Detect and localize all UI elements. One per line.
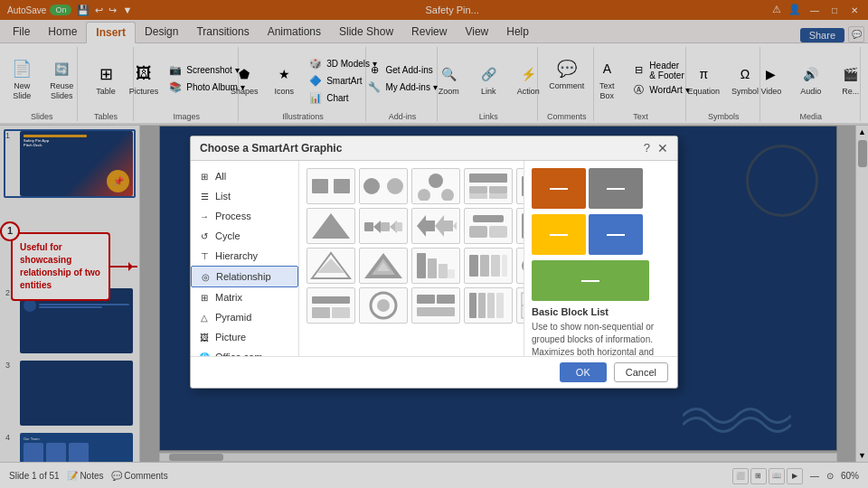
smartart-item-10[interactable] [464, 208, 513, 244]
svg-rect-70 [487, 293, 495, 318]
svg-rect-24 [395, 222, 402, 231]
svg-rect-31 [469, 226, 487, 238]
svg-rect-32 [489, 226, 507, 238]
dialog-sidebar: ⊞ All ☰ List → Process ↺ Cycle ⊤ Hiera [191, 161, 299, 356]
svg-marker-27 [435, 215, 444, 237]
ok-button[interactable]: OK [560, 362, 607, 382]
smartart-item-1[interactable] [307, 168, 355, 204]
smartart-item-13[interactable] [307, 248, 355, 284]
svg-rect-60 [312, 296, 350, 304]
svg-rect-68 [469, 293, 476, 318]
svg-rect-0 [312, 179, 328, 193]
svg-rect-46 [448, 269, 455, 278]
preview-shape-3 [532, 214, 586, 255]
svg-rect-69 [478, 293, 486, 318]
svg-rect-71 [496, 293, 504, 318]
dialog-controls: ? ✕ [644, 141, 668, 155]
cycle-icon: ↺ [198, 230, 211, 242]
smartart-item-14[interactable] [359, 248, 408, 284]
svg-rect-49 [491, 255, 500, 277]
svg-rect-47 [469, 255, 478, 277]
preview-description: Use to show non-sequential or grouped bl… [532, 321, 670, 356]
svg-marker-21 [373, 221, 381, 233]
svg-point-64 [377, 299, 390, 312]
smartart-item-19[interactable] [307, 287, 355, 324]
svg-rect-20 [364, 222, 373, 231]
smartart-item-11[interactable] [516, 208, 524, 244]
dialog-title-bar: Choose a SmartArt Graphic ? ✕ [191, 136, 677, 161]
svg-point-3 [387, 178, 403, 194]
process-icon: → [198, 210, 211, 222]
dialog-close-button[interactable]: ✕ [657, 141, 668, 155]
smartart-item-4[interactable] [464, 168, 513, 204]
smartart-item-3[interactable] [411, 168, 460, 204]
category-list[interactable]: ☰ List [191, 186, 298, 206]
preview-shape-1 [532, 168, 586, 209]
category-cycle[interactable]: ↺ Cycle [191, 226, 298, 246]
svg-marker-29 [453, 215, 457, 237]
dialog-help-icon[interactable]: ? [644, 141, 650, 155]
svg-rect-65 [417, 295, 435, 304]
svg-rect-45 [439, 264, 448, 278]
svg-marker-25 [417, 215, 426, 237]
category-relationship[interactable]: ◎ Relationship [191, 266, 298, 287]
pyramid-icon: △ [198, 311, 211, 324]
smartart-item-15[interactable] [411, 248, 460, 284]
svg-rect-8 [469, 186, 487, 193]
svg-rect-9 [489, 186, 507, 193]
svg-rect-1 [334, 179, 350, 193]
dialog-preview: Basic Block List Use to show non-sequent… [524, 161, 677, 356]
svg-point-5 [418, 189, 430, 201]
dialog-overlay: Choose a SmartArt Graphic ? ✕ ⊞ All ☰ Li… [0, 0, 868, 488]
smartart-item-5[interactable] [516, 168, 524, 204]
dialog-footer: OK Cancel [191, 356, 677, 388]
svg-rect-43 [417, 253, 426, 278]
smartart-item-16[interactable] [464, 248, 513, 284]
smartart-item-20[interactable] [359, 287, 408, 324]
smartart-item-17[interactable] [516, 248, 524, 284]
category-hierarchy[interactable]: ⊤ Hierarchy [191, 246, 298, 266]
smartart-item-23[interactable] [516, 287, 524, 324]
category-process[interactable]: → Process [191, 206, 298, 226]
smartart-item-2[interactable] [359, 168, 408, 204]
smartart-item-22[interactable] [464, 287, 513, 324]
preview-shapes [532, 168, 670, 301]
category-pyramid[interactable]: △ Pyramid [191, 307, 298, 327]
category-all[interactable]: ⊞ All [191, 166, 298, 186]
svg-rect-26 [426, 221, 435, 231]
picture-icon: 🖼 [198, 331, 211, 343]
preview-shape-2 [589, 168, 643, 209]
svg-rect-11 [489, 193, 507, 199]
relationship-icon: ◎ [199, 270, 212, 283]
category-picture[interactable]: 🖼 Picture [191, 327, 298, 347]
cancel-button[interactable]: Cancel [614, 362, 668, 382]
smartart-item-7[interactable] [307, 208, 355, 244]
svg-rect-7 [469, 174, 507, 183]
dialog-grid [299, 161, 524, 356]
dialog-body: ⊞ All ☰ List → Process ↺ Cycle ⊤ Hiera [191, 161, 677, 356]
svg-rect-66 [437, 295, 455, 304]
preview-shape-4 [589, 214, 643, 255]
category-officecom[interactable]: 🌐 Office.com [191, 347, 298, 356]
svg-rect-44 [428, 258, 437, 278]
smartart-item-21[interactable] [411, 287, 460, 324]
list-icon: ☰ [198, 190, 211, 202]
svg-rect-61 [312, 307, 330, 318]
smartart-item-9[interactable] [411, 208, 460, 244]
svg-rect-67 [417, 307, 455, 316]
dialog-title: Choose a SmartArt Graphic [200, 142, 342, 155]
matrix-icon: ⊞ [198, 291, 211, 304]
hierarchy-icon: ⊤ [198, 249, 211, 262]
svg-rect-10 [469, 193, 487, 199]
preview-name: Basic Block List [532, 306, 670, 317]
smartart-item-8[interactable] [359, 208, 408, 244]
svg-rect-48 [480, 255, 489, 277]
smartart-dialog: Choose a SmartArt Graphic ? ✕ ⊞ All ☰ Li… [190, 136, 678, 389]
category-matrix[interactable]: ⊞ Matrix [191, 287, 298, 307]
preview-shape-5 [532, 260, 649, 301]
svg-point-2 [363, 178, 380, 194]
svg-point-4 [429, 174, 443, 188]
svg-rect-22 [381, 222, 390, 231]
all-icon: ⊞ [198, 170, 211, 183]
svg-point-6 [441, 189, 454, 201]
